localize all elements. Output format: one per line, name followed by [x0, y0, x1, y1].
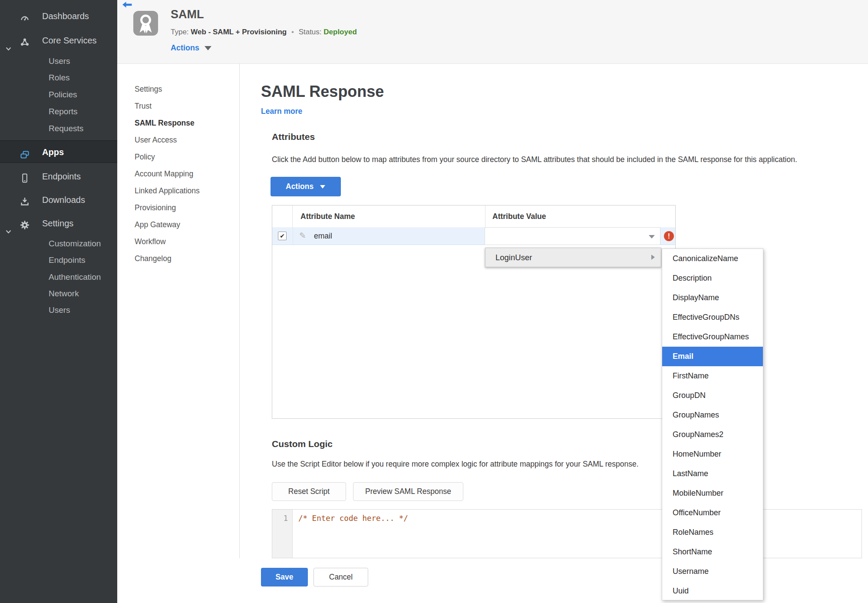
nav-item-policy[interactable]: Policy	[117, 149, 239, 166]
attribute-name-column-header: Attribute Name	[293, 205, 485, 227]
sidebar-item-policies[interactable]: Policies	[0, 86, 117, 103]
submenu-item-canonicalizename[interactable]: CanonicalizeName	[662, 249, 763, 268]
submenu-item-effectivegroupnames[interactable]: EffectiveGroupNames	[662, 327, 763, 347]
page-title: SAML Response	[261, 83, 384, 101]
line-number: 1	[284, 514, 288, 523]
dashboard-icon	[20, 11, 30, 21]
attributes-table: Attribute Name Attribute Value ✔ ✎ email…	[272, 205, 676, 419]
attributes-description: Click the Add button below to map attrib…	[272, 155, 797, 164]
submenu-item-officenumber[interactable]: OfficeNumber	[662, 503, 763, 523]
submenu-item-username[interactable]: Username	[662, 562, 763, 581]
reset-script-button[interactable]: Reset Script	[272, 482, 346, 501]
nav-item-trust[interactable]: Trust	[117, 98, 239, 115]
app-icon	[133, 11, 158, 36]
learn-more-link[interactable]: Learn more	[261, 107, 302, 116]
app-section-nav: Settings Trust SAML Response User Access…	[117, 64, 239, 267]
attribute-value-dropdown[interactable]	[485, 227, 660, 245]
attribute-name-cell: email	[314, 227, 332, 245]
attributes-actions-button[interactable]: Actions	[271, 177, 341, 196]
submenu-item-rolenames[interactable]: RoleNames	[662, 523, 763, 542]
custom-logic-description: Use the Script Editor below if you requi…	[272, 460, 639, 469]
gear-icon	[20, 218, 30, 229]
dropdown-menu-loginuser[interactable]: LoginUser	[485, 248, 661, 267]
table-header-row: Attribute Name Attribute Value	[272, 205, 675, 227]
nav-item-app-gateway[interactable]: App Gateway	[117, 216, 239, 233]
submenu-item-email[interactable]: Email	[662, 347, 763, 366]
nav-item-changelog[interactable]: Changelog	[117, 250, 239, 267]
submenu-item-displayname[interactable]: DisplayName	[662, 288, 763, 308]
submenu-item-groupdn[interactable]: GroupDN	[662, 386, 763, 405]
sidebar-item-core-services[interactable]: Core Services	[0, 30, 117, 50]
submenu-item-shortname[interactable]: ShortName	[662, 542, 763, 562]
caret-down-icon	[320, 185, 325, 189]
sidebar-item-reports[interactable]: Reports	[0, 103, 117, 120]
sidebar-item-requests[interactable]: Requests	[0, 120, 117, 137]
submenu-arrow-icon	[651, 255, 655, 260]
checkbox-column-header	[272, 205, 293, 227]
submenu-item-firstname[interactable]: FirstName	[662, 366, 763, 386]
apps-icon	[20, 147, 30, 157]
submenu-item-homenumber[interactable]: HomeNumber	[662, 444, 763, 464]
pencil-icon: ✎	[299, 231, 306, 241]
mobile-device-icon	[20, 171, 30, 182]
nav-item-saml-response[interactable]: SAML Response	[117, 115, 239, 132]
script-editor[interactable]: 1 /* Enter code here... */	[272, 509, 862, 558]
nav-item-user-access[interactable]: User Access	[117, 132, 239, 149]
header-actions-menu[interactable]: Actions	[171, 43, 211, 53]
core-services-icon	[20, 35, 30, 46]
sidebar-item-authentication[interactable]: Authentication	[0, 269, 117, 285]
nav-content-divider	[239, 64, 240, 558]
sidebar-item-users[interactable]: Users	[0, 53, 117, 70]
sidebar-item-network[interactable]: Network	[0, 285, 117, 302]
editor-gutter: 1	[272, 510, 293, 558]
sidebar-item-settings-users[interactable]: Users	[0, 302, 117, 318]
sidebar-item-dashboards[interactable]: Dashboards	[0, 6, 117, 26]
status-badge: Deployed	[323, 28, 357, 36]
row-checkbox[interactable]: ✔	[278, 232, 287, 240]
status-label: Status:	[299, 28, 322, 36]
loginuser-submenu: CanonicalizeName Description DisplayName…	[662, 248, 763, 600]
custom-logic-heading: Custom Logic	[272, 439, 333, 449]
cancel-button[interactable]: Cancel	[314, 568, 368, 586]
submenu-item-effectivegroupdns[interactable]: EffectiveGroupDNs	[662, 308, 763, 327]
editor-code: /* Enter code here... */	[298, 514, 408, 523]
nav-item-workflow[interactable]: Workflow	[117, 233, 239, 250]
type-label: Type:	[171, 28, 189, 36]
app-meta: Type: Web - SAML + Provisioning • Status…	[171, 28, 357, 36]
meta-separator: •	[289, 28, 297, 36]
caret-down-icon	[205, 46, 211, 50]
column-divider	[293, 227, 293, 245]
submenu-item-groupnames2[interactable]: GroupNames2	[662, 425, 763, 444]
nav-item-account-mapping[interactable]: Account Mapping	[117, 166, 239, 182]
sidebar-item-endpoints[interactable]: Endpoints	[0, 166, 117, 186]
nav-item-settings[interactable]: Settings	[117, 81, 239, 98]
submenu-item-uuid[interactable]: Uuid	[662, 581, 763, 601]
caret-down-icon	[649, 235, 655, 239]
chevron-down-icon	[6, 222, 11, 225]
sidebar-item-downloads[interactable]: Downloads	[0, 190, 117, 210]
submenu-item-lastname[interactable]: LastName	[662, 464, 763, 484]
submenu-item-description[interactable]: Description	[662, 268, 763, 288]
preview-saml-response-button[interactable]: Preview SAML Response	[353, 482, 463, 501]
submenu-item-mobilenumber[interactable]: MobileNumber	[662, 484, 763, 503]
error-icon: !	[664, 231, 674, 241]
admin-portal-screen: Dashboards Core Services Users Roles Pol…	[0, 0, 868, 603]
chevron-down-icon	[6, 39, 11, 43]
nav-item-linked-applications[interactable]: Linked Applications	[117, 182, 239, 199]
table-row: ✔ ✎ email !	[272, 227, 675, 245]
attribute-value-column-header: Attribute Value	[485, 205, 675, 227]
back-arrow-icon[interactable]	[122, 2, 132, 10]
download-icon	[20, 195, 30, 205]
submenu-item-groupnames[interactable]: GroupNames	[662, 405, 763, 425]
sidebar: Dashboards Core Services Users Roles Pol…	[0, 0, 117, 603]
sidebar-item-settings[interactable]: Settings	[0, 213, 117, 233]
sidebar-item-roles[interactable]: Roles	[0, 70, 117, 86]
sidebar-item-apps[interactable]: Apps	[0, 140, 117, 163]
type-value: Web - SAML + Provisioning	[191, 28, 287, 36]
attributes-heading: Attributes	[272, 132, 315, 142]
save-button[interactable]: Save	[261, 568, 308, 586]
sidebar-item-customization[interactable]: Customization	[0, 235, 117, 252]
sidebar-item-settings-endpoints[interactable]: Endpoints	[0, 252, 117, 268]
app-title: SAML	[171, 8, 204, 21]
nav-item-provisioning[interactable]: Provisioning	[117, 199, 239, 216]
